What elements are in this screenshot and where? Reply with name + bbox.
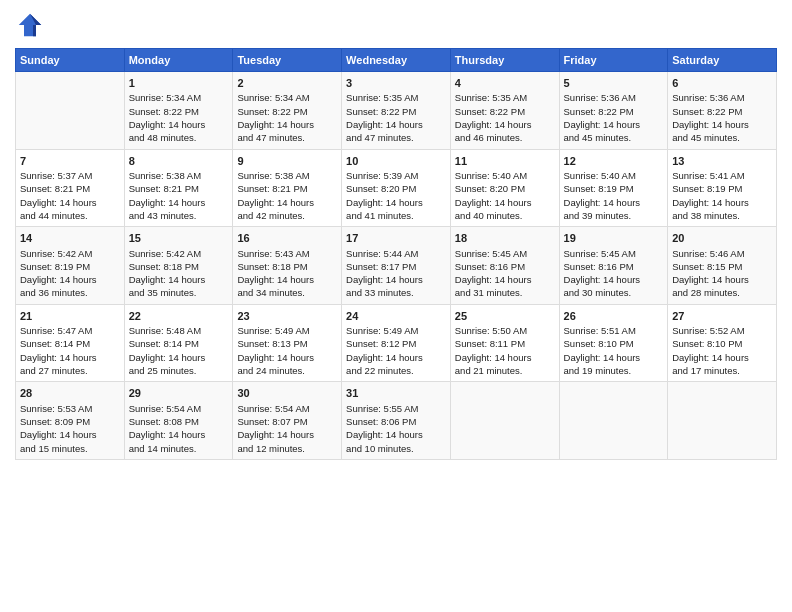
calendar-cell: 11Sunrise: 5:40 AMSunset: 8:20 PMDayligh… xyxy=(450,149,559,227)
day-number: 23 xyxy=(237,309,337,324)
calendar-cell: 22Sunrise: 5:48 AMSunset: 8:14 PMDayligh… xyxy=(124,304,233,382)
header-tuesday: Tuesday xyxy=(233,49,342,72)
calendar-cell: 28Sunrise: 5:53 AMSunset: 8:09 PMDayligh… xyxy=(16,382,125,460)
calendar-cell: 30Sunrise: 5:54 AMSunset: 8:07 PMDayligh… xyxy=(233,382,342,460)
calendar-cell: 13Sunrise: 5:41 AMSunset: 8:19 PMDayligh… xyxy=(668,149,777,227)
week-row-2: 7Sunrise: 5:37 AMSunset: 8:21 PMDaylight… xyxy=(16,149,777,227)
day-number: 18 xyxy=(455,231,555,246)
day-number: 3 xyxy=(346,76,446,91)
calendar-cell: 23Sunrise: 5:49 AMSunset: 8:13 PMDayligh… xyxy=(233,304,342,382)
day-number: 1 xyxy=(129,76,229,91)
day-number: 21 xyxy=(20,309,120,324)
calendar-cell: 17Sunrise: 5:44 AMSunset: 8:17 PMDayligh… xyxy=(342,227,451,305)
calendar-table: SundayMondayTuesdayWednesdayThursdayFrid… xyxy=(15,48,777,460)
day-number: 25 xyxy=(455,309,555,324)
calendar-cell: 3Sunrise: 5:35 AMSunset: 8:22 PMDaylight… xyxy=(342,72,451,150)
calendar-cell: 12Sunrise: 5:40 AMSunset: 8:19 PMDayligh… xyxy=(559,149,668,227)
day-number: 27 xyxy=(672,309,772,324)
day-number: 22 xyxy=(129,309,229,324)
day-number: 13 xyxy=(672,154,772,169)
day-number: 4 xyxy=(455,76,555,91)
day-number: 31 xyxy=(346,386,446,401)
day-number: 14 xyxy=(20,231,120,246)
day-number: 19 xyxy=(564,231,664,246)
calendar-cell: 21Sunrise: 5:47 AMSunset: 8:14 PMDayligh… xyxy=(16,304,125,382)
calendar-cell: 24Sunrise: 5:49 AMSunset: 8:12 PMDayligh… xyxy=(342,304,451,382)
day-number: 24 xyxy=(346,309,446,324)
week-row-4: 21Sunrise: 5:47 AMSunset: 8:14 PMDayligh… xyxy=(16,304,777,382)
day-number: 9 xyxy=(237,154,337,169)
calendar-cell: 15Sunrise: 5:42 AMSunset: 8:18 PMDayligh… xyxy=(124,227,233,305)
header-saturday: Saturday xyxy=(668,49,777,72)
calendar-cell: 27Sunrise: 5:52 AMSunset: 8:10 PMDayligh… xyxy=(668,304,777,382)
day-number: 30 xyxy=(237,386,337,401)
calendar-cell xyxy=(559,382,668,460)
calendar-cell: 1Sunrise: 5:34 AMSunset: 8:22 PMDaylight… xyxy=(124,72,233,150)
calendar-cell xyxy=(668,382,777,460)
header xyxy=(15,10,777,40)
calendar-cell: 8Sunrise: 5:38 AMSunset: 8:21 PMDaylight… xyxy=(124,149,233,227)
header-wednesday: Wednesday xyxy=(342,49,451,72)
day-number: 7 xyxy=(20,154,120,169)
calendar-cell: 20Sunrise: 5:46 AMSunset: 8:15 PMDayligh… xyxy=(668,227,777,305)
calendar-cell: 19Sunrise: 5:45 AMSunset: 8:16 PMDayligh… xyxy=(559,227,668,305)
calendar-cell: 6Sunrise: 5:36 AMSunset: 8:22 PMDaylight… xyxy=(668,72,777,150)
logo xyxy=(15,10,49,40)
header-thursday: Thursday xyxy=(450,49,559,72)
day-number: 29 xyxy=(129,386,229,401)
week-row-1: 1Sunrise: 5:34 AMSunset: 8:22 PMDaylight… xyxy=(16,72,777,150)
day-number: 26 xyxy=(564,309,664,324)
day-number: 5 xyxy=(564,76,664,91)
day-number: 8 xyxy=(129,154,229,169)
page: SundayMondayTuesdayWednesdayThursdayFrid… xyxy=(0,0,792,612)
day-number: 11 xyxy=(455,154,555,169)
calendar-cell: 31Sunrise: 5:55 AMSunset: 8:06 PMDayligh… xyxy=(342,382,451,460)
calendar-cell: 26Sunrise: 5:51 AMSunset: 8:10 PMDayligh… xyxy=(559,304,668,382)
calendar-cell: 25Sunrise: 5:50 AMSunset: 8:11 PMDayligh… xyxy=(450,304,559,382)
calendar-cell: 14Sunrise: 5:42 AMSunset: 8:19 PMDayligh… xyxy=(16,227,125,305)
header-monday: Monday xyxy=(124,49,233,72)
logo-icon xyxy=(15,10,45,40)
calendar-cell: 4Sunrise: 5:35 AMSunset: 8:22 PMDaylight… xyxy=(450,72,559,150)
day-number: 20 xyxy=(672,231,772,246)
calendar-cell xyxy=(450,382,559,460)
calendar-cell: 5Sunrise: 5:36 AMSunset: 8:22 PMDaylight… xyxy=(559,72,668,150)
day-number: 28 xyxy=(20,386,120,401)
calendar-cell: 10Sunrise: 5:39 AMSunset: 8:20 PMDayligh… xyxy=(342,149,451,227)
day-number: 12 xyxy=(564,154,664,169)
calendar-cell: 9Sunrise: 5:38 AMSunset: 8:21 PMDaylight… xyxy=(233,149,342,227)
calendar-cell: 2Sunrise: 5:34 AMSunset: 8:22 PMDaylight… xyxy=(233,72,342,150)
calendar-header-row: SundayMondayTuesdayWednesdayThursdayFrid… xyxy=(16,49,777,72)
week-row-5: 28Sunrise: 5:53 AMSunset: 8:09 PMDayligh… xyxy=(16,382,777,460)
calendar-cell xyxy=(16,72,125,150)
day-number: 17 xyxy=(346,231,446,246)
day-number: 10 xyxy=(346,154,446,169)
calendar-cell: 16Sunrise: 5:43 AMSunset: 8:18 PMDayligh… xyxy=(233,227,342,305)
calendar-cell: 18Sunrise: 5:45 AMSunset: 8:16 PMDayligh… xyxy=(450,227,559,305)
day-number: 15 xyxy=(129,231,229,246)
day-number: 6 xyxy=(672,76,772,91)
calendar-cell: 29Sunrise: 5:54 AMSunset: 8:08 PMDayligh… xyxy=(124,382,233,460)
day-number: 2 xyxy=(237,76,337,91)
header-friday: Friday xyxy=(559,49,668,72)
calendar-cell: 7Sunrise: 5:37 AMSunset: 8:21 PMDaylight… xyxy=(16,149,125,227)
day-number: 16 xyxy=(237,231,337,246)
header-sunday: Sunday xyxy=(16,49,125,72)
week-row-3: 14Sunrise: 5:42 AMSunset: 8:19 PMDayligh… xyxy=(16,227,777,305)
